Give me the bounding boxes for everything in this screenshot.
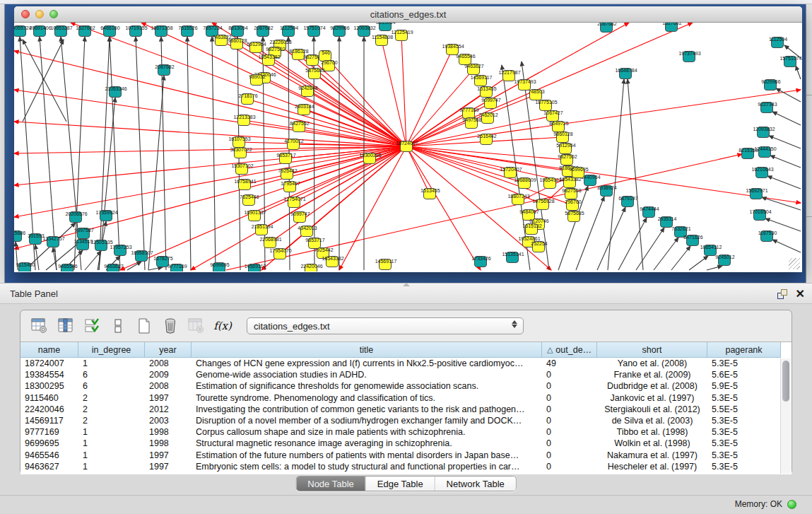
graph-node[interactable]: 9115460 [16, 262, 35, 271]
graph-node[interactable]: 16210643 [751, 167, 773, 178]
graph-node[interactable]: 15751074 [303, 25, 325, 37]
graph-edge[interactable] [767, 176, 801, 189]
table-cell[interactable]: 0 [542, 461, 597, 472]
graph-node[interactable]: 18807243 [507, 194, 529, 205]
graph-node[interactable]: 1115686 [14, 230, 25, 242]
window-titlebar[interactable]: citations_edges.txt [14, 6, 802, 23]
graph-edge[interactable] [191, 146, 406, 270]
table-cell[interactable]: 2009 [145, 369, 192, 380]
table-row[interactable]: 969969511998Structural magnetic resonanc… [20, 438, 792, 449]
graph-node[interactable]: 10688609 [514, 177, 536, 189]
delete-table-icon[interactable] [161, 317, 180, 335]
window-resize-grip[interactable] [789, 258, 800, 269]
table-cell[interactable]: 9465546 [20, 450, 78, 461]
table-cell[interactable]: 1997 [145, 461, 192, 472]
graph-node[interactable]: 9827502 [558, 154, 577, 165]
graph-node[interactable]: 7925442 [278, 168, 297, 180]
column-header-outde[interactable]: △out_de… [542, 342, 597, 358]
table-cell[interactable]: Hescheler et al. (1997) [597, 461, 707, 472]
scrollbar-thumb[interactable] [782, 361, 789, 402]
table-cell[interactable]: Investigating the contribution of common… [192, 404, 542, 415]
table-cell[interactable]: 9115460 [20, 392, 78, 404]
table-cell[interactable]: 0 [542, 450, 597, 461]
graph-node[interactable]: 22420046 [300, 264, 322, 271]
table-cell[interactable]: 2 [78, 415, 145, 426]
graph-node[interactable]: 11154808 [372, 35, 393, 46]
table-row[interactable]: 946362711997Embryonic stem cells: a mode… [20, 461, 792, 472]
graph-edge[interactable] [772, 112, 801, 125]
table-cell[interactable]: 2012 [145, 404, 192, 415]
graph-edge[interactable] [136, 37, 145, 270]
table-cell[interactable]: 18724007 [20, 358, 78, 369]
graph-node[interactable]: 16671358 [151, 25, 172, 37]
graph-node[interactable]: 9099747 [290, 211, 310, 223]
graph-node[interactable]: 748503 [528, 89, 544, 100]
table-cell[interactable]: 0 [542, 392, 597, 404]
table-cell[interactable]: Wolkin et al. (1998) [597, 438, 707, 449]
network-graph[interactable]: 2305572420691406106532871527602646616010… [14, 23, 802, 271]
graph-edge[interactable] [707, 266, 722, 270]
table-cell[interactable]: 5.5E-5 [707, 404, 781, 415]
graph-node[interactable]: 17016504 [749, 209, 771, 221]
graph-node[interactable]: 8649725 [549, 121, 568, 132]
graph-node[interactable]: 1795407 [281, 181, 300, 192]
graph-node[interactable]: 1112504 [280, 25, 298, 37]
graph-node[interactable]: 16107553 [228, 136, 250, 148]
graph-node[interactable]: 10719155 [125, 25, 147, 37]
graph-node[interactable]: 1513455 [477, 86, 496, 98]
table-cell[interactable]: 1 [78, 450, 145, 461]
graph-node[interactable]: 7515526 [178, 25, 197, 37]
graph-node[interactable]: 2718176 [238, 93, 257, 105]
graph-node[interactable]: 9329966 [330, 25, 349, 37]
graph-node[interactable]: 1112504 [769, 37, 787, 48]
tab-network-table[interactable]: Network Table [435, 477, 516, 491]
graph-node[interactable]: 9245012 [715, 255, 734, 266]
table-cell[interactable]: 49 [542, 358, 597, 369]
table-row[interactable]: 2242004622012Investigating the contribut… [20, 404, 792, 415]
table-cell[interactable]: 9699695 [20, 438, 78, 449]
table-cell[interactable]: 0 [542, 369, 597, 380]
table-cell[interactable]: 1 [78, 438, 145, 449]
table-cell[interactable]: 1997 [145, 450, 192, 461]
graph-node[interactable]: 20206576 [65, 211, 87, 223]
graph-node[interactable]: 10653287 [50, 25, 72, 37]
table-cell[interactable]: 1 [78, 426, 145, 438]
graph-edge[interactable] [187, 37, 191, 270]
table-cell[interactable]: Estimation of the future numbers of pati… [192, 450, 542, 461]
table-cell[interactable]: Jankovic et al. (1997) [597, 392, 707, 404]
graph-node[interactable]: 1067427 [543, 110, 563, 122]
table-cell[interactable]: Tourette syndrome. Phenomenology and cla… [192, 392, 542, 404]
table-cell[interactable]: 5.3E-5 [707, 438, 781, 449]
table-cell[interactable]: Franke et al. (2009) [597, 369, 707, 380]
graph-edge[interactable] [148, 76, 164, 270]
column-header-pagerank[interactable]: pagerank [707, 342, 781, 358]
graph-edge[interactable] [14, 146, 406, 249]
network-canvas[interactable]: 2305572420691406106532871527602646616010… [14, 23, 802, 271]
select-column-icon[interactable] [57, 317, 75, 335]
table-cell[interactable]: 5.6E-5 [707, 369, 781, 380]
graph-node[interactable]: 2516442 [477, 134, 496, 145]
table-row[interactable]: 911546021997Tourette syndrome. Phenomeno… [20, 392, 792, 404]
graph-node[interactable]: 1167530 [758, 230, 777, 242]
table-cell[interactable]: 5.3E-5 [707, 450, 781, 461]
table-cell[interactable]: Genome-wide association studies in ADHD. [192, 369, 542, 380]
table-scrollbar[interactable] [780, 358, 791, 474]
table-row[interactable]: 1938455462009Genome-wide association stu… [20, 369, 792, 380]
table-cell[interactable]: Structural magnetic resonance image aver… [192, 438, 542, 449]
graph-edge[interactable] [689, 256, 708, 270]
table-cell[interactable]: 1997 [145, 392, 192, 404]
table-cell[interactable]: Stergiakouli et al. (2012) [597, 404, 707, 415]
table-settings-icon[interactable] [30, 317, 49, 335]
table-cell[interactable]: 2008 [145, 358, 192, 369]
graph-node[interactable]: 12093832 [753, 127, 775, 138]
memory-ok-icon[interactable] [787, 500, 796, 509]
graph-edge[interactable] [671, 246, 690, 270]
table-cell[interactable]: 1998 [145, 438, 192, 449]
table-cell[interactable]: 1 [78, 358, 145, 369]
graph-edge[interactable] [796, 66, 801, 79]
table-cell[interactable]: 0 [542, 415, 597, 426]
graph-node[interactable]: 17954070 [269, 248, 291, 259]
table-cell[interactable]: Yano et al. (2008) [597, 358, 707, 369]
new-table-icon[interactable] [135, 317, 153, 335]
graph-node[interactable]: 5912954 [556, 143, 575, 154]
